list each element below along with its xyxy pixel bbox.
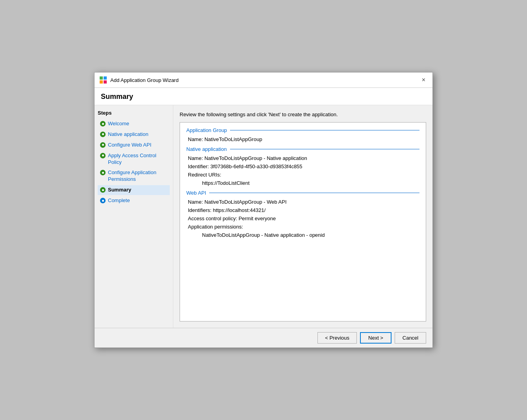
svg-rect-2 (100, 80, 103, 84)
step-dot-web-api (100, 142, 106, 148)
sidebar-item-welcome[interactable]: Welcome (98, 119, 170, 129)
step-dot-welcome (100, 121, 106, 126)
application-group-header: Application Group (186, 127, 419, 133)
sidebar-item-complete[interactable]: Complete (98, 196, 170, 206)
native-app-redirect-uris-label-row: Redirect URIs: (186, 172, 419, 178)
sidebar: Steps Welcome Native application Configu… (95, 105, 173, 328)
native-application-section: Native application Name: NativeToDoListA… (186, 146, 419, 186)
step-dot-complete (100, 198, 106, 203)
close-button[interactable]: × (419, 76, 428, 84)
step-label-complete: Complete (108, 197, 130, 204)
title-bar: Add Application Group Wizard × (95, 72, 432, 88)
wizard-icon (99, 76, 107, 84)
native-application-header: Native application (186, 146, 419, 152)
instruction-text: Review the following settings and click … (180, 112, 426, 117)
web-api-identifiers-row: Identifiers: https://localhost:44321/ (186, 207, 419, 213)
sidebar-item-apply-access-control[interactable]: Apply Access Control Policy (98, 151, 170, 167)
native-app-redirect-uris-label: Redirect URIs: (188, 172, 221, 178)
step-dot-access-control (100, 153, 106, 158)
step-label-native: Native application (108, 131, 148, 138)
main-content: Review the following settings and click … (173, 105, 432, 328)
step-dot-app-permissions (100, 170, 106, 175)
next-button[interactable]: Next > (360, 332, 392, 344)
step-label-access-control: Apply Access Control Policy (108, 152, 167, 166)
web-api-name-row: Name: NativeToDoListAppGroup - Web API (186, 199, 419, 205)
native-app-redirect-uri-value-row: https://TodoListClient (186, 180, 419, 186)
web-api-identifiers-value: https://localhost:44321/ (213, 207, 266, 213)
cancel-button[interactable]: Cancel (395, 332, 426, 344)
dialog-footer: < Previous Next > Cancel (95, 328, 432, 348)
dialog-header: Summary (95, 88, 432, 105)
previous-button[interactable]: < Previous (317, 332, 357, 344)
svg-rect-1 (104, 76, 107, 80)
step-label-app-permissions: Configure Application Permissions (108, 169, 167, 183)
web-api-section: Web API Name: NativeToDoListAppGroup - W… (186, 190, 419, 238)
app-group-name-label: Name: (188, 136, 203, 142)
step-dot-summary (100, 187, 106, 193)
native-app-identifier-value: 3f07368b-6efd-4f50-a330-d93853f4c855 (210, 164, 302, 169)
dialog-title: Add Application Group Wizard (110, 77, 416, 83)
web-api-access-control-value: Permit everyone (239, 216, 276, 221)
web-api-access-control-label: Access control policy: (188, 216, 237, 221)
step-label-web-api: Configure Web API (108, 142, 151, 149)
summary-box: Application Group Name: NativeToDoListAp… (180, 122, 426, 322)
application-group-section: Application Group Name: NativeToDoListAp… (186, 127, 419, 142)
step-dot-native (100, 132, 106, 137)
app-group-name-row: Name: NativeToDoListAppGroup (186, 136, 419, 142)
web-api-name-value: NativeToDoListAppGroup - Web API (204, 199, 287, 205)
svg-rect-0 (100, 76, 103, 80)
steps-label: Steps (98, 110, 170, 116)
app-group-name-value: NativeToDoListAppGroup (204, 136, 262, 142)
sidebar-item-summary[interactable]: Summary (98, 185, 170, 195)
native-app-name-value: NativeToDoListAppGroup - Native applicat… (204, 155, 307, 161)
svg-rect-3 (104, 80, 107, 84)
web-api-access-control-row: Access control policy: Permit everyone (186, 216, 419, 221)
sidebar-item-native-application[interactable]: Native application (98, 130, 170, 139)
native-app-redirect-uri-value: https://TodoListClient (202, 180, 250, 186)
native-app-name-row: Name: NativeToDoListAppGroup - Native ap… (186, 155, 419, 161)
web-api-app-permissions-label-row: Application permissions: (186, 224, 419, 230)
native-app-name-label: Name: (188, 155, 203, 161)
step-label-summary: Summary (108, 187, 131, 193)
add-application-group-wizard: Add Application Group Wizard × Summary S… (94, 72, 433, 348)
native-app-identifier-label: Identifier: (188, 164, 209, 169)
page-title: Summary (101, 93, 426, 101)
sidebar-item-configure-app-permissions[interactable]: Configure Application Permissions (98, 168, 170, 184)
web-api-app-permissions-value: NativeToDoListAppGroup - Native applicat… (202, 232, 325, 238)
web-api-header: Web API (186, 190, 419, 196)
dialog-body: Steps Welcome Native application Configu… (95, 105, 432, 328)
web-api-app-permissions-label: Application permissions: (188, 224, 243, 230)
sidebar-item-configure-web-api[interactable]: Configure Web API (98, 140, 170, 150)
web-api-name-label: Name: (188, 199, 203, 205)
web-api-app-permissions-value-row: NativeToDoListAppGroup - Native applicat… (186, 232, 419, 238)
web-api-identifiers-label: Identifiers: (188, 207, 212, 213)
native-app-identifier-row: Identifier: 3f07368b-6efd-4f50-a330-d938… (186, 164, 419, 169)
step-label-welcome: Welcome (108, 121, 129, 127)
